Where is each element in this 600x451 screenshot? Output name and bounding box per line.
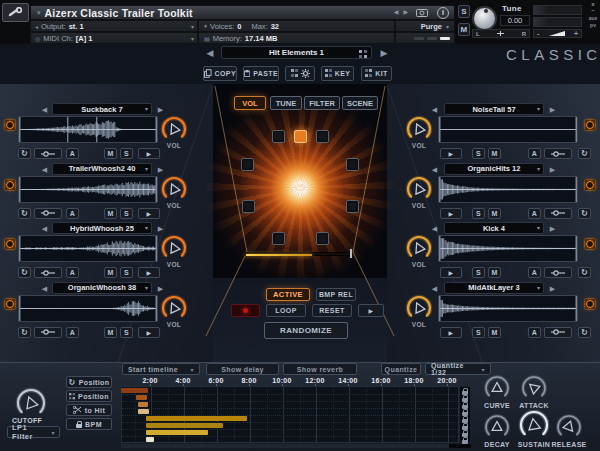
slot-prev-button[interactable]: ◀ xyxy=(40,283,49,294)
scene-pad-3[interactable] xyxy=(241,158,254,171)
timeline-bar[interactable] xyxy=(146,416,247,421)
loop-marker[interactable] xyxy=(67,117,68,142)
env-knob-release[interactable] xyxy=(553,411,585,443)
tab-tune[interactable]: TUNE xyxy=(270,96,302,110)
selection-end-bracket[interactable] xyxy=(156,177,158,202)
row-lock-icon[interactable] xyxy=(462,412,468,416)
slot-loop-button[interactable]: ↻ xyxy=(18,208,31,219)
timeline-position-slider[interactable] xyxy=(245,252,352,256)
next-instrument-icon[interactable]: ▶ xyxy=(403,7,408,18)
prev-instrument-icon[interactable]: ◀ xyxy=(394,7,399,18)
slot-power-button[interactable] xyxy=(4,238,16,250)
slot-solo-button[interactable]: S xyxy=(472,327,485,338)
waveform-display[interactable] xyxy=(438,176,578,203)
timeline-bar[interactable] xyxy=(146,437,154,442)
mute-button[interactable]: M xyxy=(458,23,470,36)
slot-solo-button[interactable]: S xyxy=(120,327,133,338)
preview-play-button[interactable]: ▶ xyxy=(358,304,384,317)
slot-solo-button[interactable]: S xyxy=(120,208,133,219)
loop-marker[interactable] xyxy=(96,117,97,142)
loop-button[interactable]: LOOP xyxy=(266,304,306,317)
purge-box[interactable]: Purge ▾ xyxy=(395,20,455,32)
show-delay-button[interactable]: Show delay xyxy=(206,363,279,375)
sample-selector[interactable]: TrailerWhoosh2 40▾ xyxy=(52,163,152,175)
slot-prev-button[interactable]: ◀ xyxy=(40,223,49,234)
slot-volume-knob[interactable] xyxy=(158,113,190,145)
selection-start-bracket[interactable] xyxy=(19,296,21,321)
selection-end-bracket[interactable] xyxy=(576,117,578,142)
aux-toggle[interactable]: aux xyxy=(589,15,598,21)
loop-position-button[interactable]: ↻ Position xyxy=(66,376,112,388)
slot-volume-knob[interactable] xyxy=(158,292,190,324)
slot-volume-knob[interactable] xyxy=(158,173,190,205)
preset-grid-icon[interactable] xyxy=(359,50,367,58)
midi-row[interactable]: ◎ MIDI Ch: [A] 1 ▾ xyxy=(30,32,198,44)
filter-type-dropdown[interactable]: LP1 Filter ▾ xyxy=(7,426,60,438)
active-button[interactable]: ACTIVE xyxy=(266,288,310,301)
timeline-bar[interactable] xyxy=(146,423,223,428)
slot-mute-button[interactable]: M xyxy=(104,148,117,159)
slot-route-button[interactable] xyxy=(34,267,62,278)
row-lock-icon[interactable] xyxy=(462,398,468,402)
selection-start-bracket[interactable] xyxy=(19,177,21,202)
sample-selector[interactable]: Kick 4▾ xyxy=(444,222,544,234)
bpm-lock-button[interactable]: BPM xyxy=(66,418,112,430)
selection-start-bracket[interactable] xyxy=(439,117,441,142)
preset-prev-button[interactable]: ◀ xyxy=(205,47,215,59)
purge-caret-icon[interactable]: ▾ xyxy=(446,23,449,30)
slot-solo-button[interactable]: S xyxy=(472,208,485,219)
selection-end-bracket[interactable] xyxy=(576,177,578,202)
scene-pad-0[interactable] xyxy=(272,130,285,143)
slot-a-button[interactable]: A xyxy=(528,148,541,159)
slot-next-button[interactable]: ▶ xyxy=(548,223,557,234)
output-caret-icon[interactable]: ▾ xyxy=(191,23,194,30)
sample-selector[interactable]: OrganicHits 12▾ xyxy=(444,163,544,175)
output-row[interactable]: ◂ Output: st. 1 ▾ xyxy=(30,20,198,32)
timeline-bar[interactable] xyxy=(136,395,147,400)
tune-value-display[interactable]: 0.00 xyxy=(500,15,530,26)
slot-solo-button[interactable]: S xyxy=(472,267,485,278)
info-icon[interactable]: i xyxy=(437,7,449,19)
waveform-display[interactable] xyxy=(438,116,578,143)
scene-pad-6[interactable] xyxy=(346,200,359,213)
row-lock-icon[interactable] xyxy=(462,405,468,409)
cutoff-knob[interactable] xyxy=(13,385,49,421)
reset-button[interactable]: RESET xyxy=(312,304,352,317)
slot-next-button[interactable]: ▶ xyxy=(548,104,557,115)
pv-toggle[interactable]: pv xyxy=(590,22,596,28)
randomize-button[interactable]: RANDOMIZE xyxy=(264,322,348,339)
slot-loop-button[interactable]: ↻ xyxy=(18,148,31,159)
instrument-title-bar[interactable]: ▾ Aizerx Classic Trailer Toolkit ◀ ▶ i xyxy=(30,5,455,20)
slot-mute-button[interactable]: M xyxy=(488,208,501,219)
sample-selector[interactable]: HybridWhoosh 25▾ xyxy=(52,222,152,234)
tune-knob[interactable] xyxy=(472,6,497,31)
slot-loop-button[interactable]: ↻ xyxy=(578,267,591,278)
slot-next-button[interactable]: ▶ xyxy=(548,283,557,294)
waveform-display[interactable] xyxy=(438,235,578,262)
slot-route-button[interactable] xyxy=(34,208,62,219)
slot-route-button[interactable] xyxy=(34,327,62,338)
selection-end-bracket[interactable] xyxy=(156,236,158,261)
slot-a-button[interactable]: A xyxy=(66,327,79,338)
scene-pad-2[interactable] xyxy=(316,130,329,143)
timeline-scrollbar[interactable] xyxy=(121,444,471,448)
selection-start-bracket[interactable] xyxy=(439,296,441,321)
preset-selector[interactable]: Hit Elements 1 xyxy=(221,46,372,59)
slot-route-button[interactable] xyxy=(544,327,572,338)
waveform-display[interactable] xyxy=(438,295,578,322)
slot-a-button[interactable]: A xyxy=(528,267,541,278)
record-led[interactable] xyxy=(231,304,260,317)
slot-play-button[interactable]: ▶ xyxy=(440,267,462,278)
env-knob-curve[interactable] xyxy=(481,372,513,404)
tab-filter[interactable]: FILTER xyxy=(304,96,340,110)
slot-route-button[interactable] xyxy=(544,148,572,159)
slot-play-button[interactable]: ▶ xyxy=(138,148,160,159)
slot-solo-button[interactable]: S xyxy=(120,267,133,278)
minimize-icon[interactable]: − xyxy=(591,8,595,14)
scrollbar-thumb[interactable] xyxy=(449,444,471,448)
midi-caret-icon[interactable]: ▾ xyxy=(191,35,194,42)
slot-mute-button[interactable]: M xyxy=(488,148,501,159)
slot-power-button[interactable] xyxy=(584,179,596,191)
timeline-bar[interactable] xyxy=(138,402,148,407)
slot-play-button[interactable]: ▶ xyxy=(138,327,160,338)
